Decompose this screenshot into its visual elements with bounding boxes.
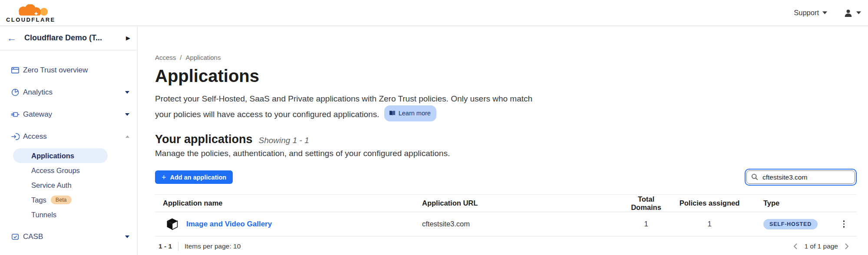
learn-more-label: Learn more [399, 107, 431, 120]
casb-check-icon [11, 232, 20, 241]
plus-icon: + [162, 173, 166, 181]
sidebar-item-access-groups[interactable]: Access Groups [0, 163, 137, 178]
sidebar-nav: Zero Trust overview Analytics [0, 50, 137, 245]
book-icon [389, 110, 396, 116]
previous-page-icon[interactable] [793, 243, 798, 250]
sidebar-item-label: Access Groups [31, 167, 80, 175]
sidebar-item-label: Applications [31, 152, 74, 160]
add-application-button[interactable]: + Add an application [155, 170, 233, 184]
cloudflare-logo[interactable]: CLOUDFLARE [6, 3, 56, 23]
cloudflare-wordmark: CLOUDFLARE [6, 16, 56, 23]
main-content: Access / Applications Applications Prote… [138, 26, 868, 255]
pagination: 1 - 1 Items per page: 10 1 of 1 page [155, 236, 857, 251]
applications-toolbar: + Add an application [155, 169, 857, 186]
sidebar-item-label: Tags [31, 196, 46, 204]
sidebar-item-label: Access [23, 132, 125, 141]
breadcrumb-applications[interactable]: Applications [186, 54, 221, 61]
items-per-page: Items per page: 10 [185, 242, 241, 250]
column-policies-assigned: Policies assigned [670, 199, 749, 207]
page-indicator: 1 of 1 page [804, 242, 838, 250]
table-row: Image and Video Gallery cftestsite3.com … [155, 212, 857, 236]
sidebar: ← Cloudflare Demo (T... ▶ Zero Trust ove… [0, 26, 138, 255]
sidebar-item-service-auth[interactable]: Service Auth [0, 178, 137, 193]
search-icon [751, 173, 758, 180]
pie-chart-icon [11, 88, 20, 97]
breadcrumb-separator: / [180, 54, 182, 61]
sidebar-item-label: Zero Trust overview [23, 66, 129, 75]
sidebar-item-gateway[interactable]: Gateway [0, 106, 137, 123]
column-application-url: Application URL [422, 199, 622, 207]
top-header: CLOUDFLARE Support [0, 0, 868, 26]
row-actions-kebab-icon[interactable] [842, 219, 847, 229]
caret-right-icon[interactable]: ▶ [126, 35, 130, 41]
page-description-text: Protect your Self-Hosted, SaaS and Priva… [155, 94, 532, 119]
sidebar-item-analytics[interactable]: Analytics [0, 84, 137, 101]
sidebar-item-label: Tunnels [31, 211, 56, 219]
sidebar-item-tags[interactable]: Tags Beta [0, 193, 137, 207]
breadcrumb: Access / Applications [155, 54, 857, 61]
applications-table: Application name Application URL Total D… [155, 194, 857, 236]
add-application-label: Add an application [170, 174, 227, 181]
divider [178, 242, 178, 251]
chevron-down-icon [822, 11, 827, 14]
column-total-domains: Total Domains [622, 195, 670, 212]
page-description: Protect your Self-Hosted, SaaS and Priva… [155, 92, 537, 121]
column-type: Type [749, 199, 831, 207]
section-title: Your applications [155, 133, 253, 146]
access-submenu: Applications Access Groups Service Auth … [0, 148, 137, 222]
sidebar-item-access[interactable]: Access [0, 128, 137, 145]
breadcrumb-access[interactable]: Access [155, 54, 176, 61]
beta-badge: Beta [51, 196, 72, 204]
type-badge: SELF-HOSTED [763, 219, 818, 229]
sidebar-item-zero-trust-overview[interactable]: Zero Trust overview [0, 62, 137, 79]
chevron-up-icon [125, 135, 129, 138]
chevron-down-icon [856, 11, 861, 14]
showing-count: Showing 1 - 1 [259, 136, 309, 145]
account-name: Cloudflare Demo (T... [24, 33, 126, 42]
sidebar-item-label: Service Auth [31, 181, 72, 190]
account-selector: ← Cloudflare Demo (T... ▶ [0, 26, 137, 50]
sidebar-item-applications[interactable]: Applications [0, 148, 137, 163]
support-label: Support [794, 9, 819, 17]
sidebar-item-casb[interactable]: CASB [0, 228, 137, 245]
search-input[interactable] [746, 170, 855, 184]
user-menu[interactable] [844, 9, 861, 17]
zero-trust-dashboard: CLOUDFLARE Support [0, 0, 868, 255]
cube-icon [166, 218, 178, 230]
page-title: Applications [155, 65, 857, 86]
items-range: 1 - 1 [158, 242, 172, 250]
application-name-link[interactable]: Image and Video Gallery [186, 220, 272, 229]
policies-assigned-value: 1 [670, 220, 749, 228]
top-right-controls: Support [794, 9, 864, 17]
section-description: Manage the policies, authentication, and… [155, 149, 857, 158]
chevron-down-icon [125, 235, 129, 238]
table-header-row: Application name Application URL Total D… [155, 195, 857, 212]
person-icon [844, 9, 853, 17]
back-arrow-icon[interactable]: ← [7, 33, 17, 43]
support-menu[interactable]: Support [794, 9, 827, 17]
browser-window-icon [11, 66, 20, 75]
chevron-down-icon [125, 91, 129, 94]
chevron-down-icon [125, 113, 129, 116]
login-arrow-icon [11, 132, 20, 141]
total-domains-value: 1 [622, 220, 670, 228]
sidebar-item-label: Gateway [23, 110, 125, 119]
search-box [745, 169, 857, 186]
learn-more-badge[interactable]: Learn more [384, 105, 436, 121]
column-application-name: Application name [155, 199, 422, 207]
cloudflare-cloud-icon [9, 4, 53, 16]
sidebar-item-tunnels[interactable]: Tunnels [0, 207, 137, 222]
gateway-icon [11, 110, 20, 119]
application-url: cftestsite3.com [422, 220, 622, 228]
next-page-icon[interactable] [845, 243, 849, 250]
sidebar-item-label: CASB [23, 232, 125, 241]
section-header: Your applications Showing 1 - 1 [155, 133, 857, 146]
sidebar-item-label: Analytics [23, 88, 125, 97]
